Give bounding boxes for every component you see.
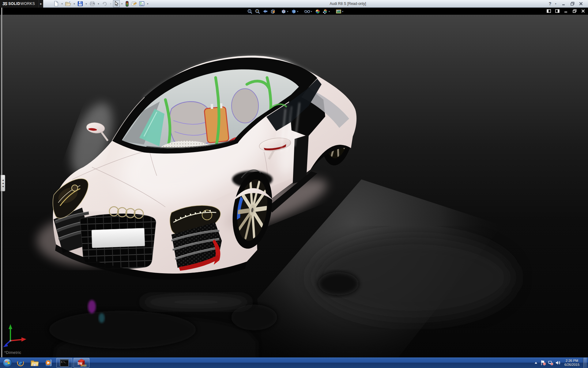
apply-scene-icon (322, 9, 328, 14)
view-orientation-label: *Dimetric (4, 350, 21, 355)
doc-close-button[interactable] (581, 9, 586, 13)
rebuild-button[interactable] (124, 0, 130, 7)
taskbar-internet-explorer[interactable]: e (14, 358, 27, 368)
pane-right-icon (555, 9, 560, 13)
3d-scene-audi-r8[interactable] (0, 8, 588, 357)
hide-show-items-button[interactable]: ▼ (304, 9, 313, 14)
select-button[interactable] (113, 0, 120, 7)
standard-toolbar: ▼ ▼ ▼ ▼ ▼ ▼ ▼ (52, 0, 150, 7)
apply-scene-button[interactable]: ▼ (322, 9, 331, 14)
hide-show-items-dropdown[interactable]: ▼ (311, 10, 313, 13)
print-dropdown[interactable]: ▼ (96, 0, 100, 7)
pane-left-icon (547, 9, 551, 13)
display-style-icon (291, 9, 296, 14)
start-button[interactable] (1, 358, 13, 368)
zoom-to-fit-button[interactable] (247, 9, 253, 14)
window-titlebar: 3S SOLIDWORKS ▶ ▼ ▼ ▼ ▼ ▼ ▼ (0, 0, 588, 8)
view-orientation-dropdown[interactable]: ▼ (287, 10, 289, 13)
featuremanager-pane-button[interactable] (546, 9, 551, 13)
edit-appearance-button[interactable] (314, 9, 321, 14)
open-icon (65, 1, 71, 6)
close-button[interactable] (577, 1, 585, 7)
speaker-icon (555, 360, 561, 365)
restore-icon (571, 2, 575, 6)
display-style-dropdown[interactable]: ▼ (297, 10, 299, 13)
display-style-button[interactable]: ▼ (291, 9, 300, 14)
open-dropdown[interactable]: ▼ (72, 0, 76, 7)
graphics-viewport[interactable]: ▼ ▼ ▼ ▼ ▼ (0, 8, 588, 357)
section-view-button[interactable] (270, 9, 276, 14)
action-center-button[interactable] (541, 359, 546, 366)
print-button[interactable] (89, 0, 96, 7)
edit-appearance-icon (315, 9, 320, 14)
svg-text:C:\_: C:\_ (61, 361, 66, 363)
display-pane-button[interactable] (555, 9, 560, 13)
new-document-button[interactable] (52, 0, 60, 7)
close-icon (579, 2, 583, 6)
taskbar-clock[interactable]: 2:26 PM 6/26/2015 (563, 359, 581, 367)
solidworks-window: 3S SOLIDWORKS ▶ ▼ ▼ ▼ ▼ ▼ ▼ (0, 0, 588, 368)
undo-button[interactable] (101, 0, 108, 7)
undo-dropdown[interactable]: ▼ (109, 0, 113, 7)
volume-button[interactable] (555, 359, 561, 366)
help-button[interactable]: ? (546, 1, 554, 7)
previous-view-icon (263, 9, 268, 14)
taskbar-solidworks[interactable]: SW 2015 (74, 358, 89, 368)
new-document-icon (53, 1, 59, 6)
splitter-collapse-handle[interactable]: ◀ ◀ ◀ (1, 175, 5, 191)
print-icon (89, 1, 95, 6)
options-dropdown[interactable]: ▼ (146, 0, 150, 7)
hide-show-items-icon (304, 10, 310, 13)
ds-logo-mark: 3S (2, 1, 7, 6)
windows-start-icon (2, 358, 12, 368)
clock-date: 6/26/2015 (564, 363, 579, 367)
zoom-to-area-button[interactable] (254, 9, 261, 14)
previous-view-button[interactable] (262, 9, 269, 14)
view-settings-icon (336, 9, 341, 14)
doc-restore-button[interactable] (572, 9, 577, 13)
apply-scene-dropdown[interactable]: ▼ (328, 10, 330, 13)
view-orientation-icon (281, 9, 286, 14)
doc-restore-icon (573, 9, 577, 13)
command-prompt-icon: C:\_ (60, 359, 69, 367)
hidden-icons-arrow-icon (534, 361, 538, 364)
taskbar-command-prompt[interactable]: C:\_ (56, 358, 72, 368)
taskbar-windows-explorer[interactable] (28, 358, 41, 368)
minimize-button[interactable] (560, 1, 568, 7)
open-button[interactable] (64, 0, 72, 7)
restore-button[interactable] (568, 1, 576, 7)
select-cursor-icon (114, 1, 119, 6)
help-dropdown[interactable]: ▼ (555, 3, 557, 5)
view-settings-dropdown[interactable]: ▼ (341, 10, 344, 13)
logo-text-solid: SOLID (8, 2, 20, 6)
doc-minimize-button[interactable] (564, 9, 568, 13)
new-document-dropdown[interactable]: ▼ (60, 0, 64, 7)
network-status-button[interactable] (548, 359, 553, 366)
save-button[interactable] (77, 0, 84, 7)
show-hidden-icons-button[interactable] (533, 359, 539, 366)
save-dropdown[interactable]: ▼ (84, 0, 88, 7)
svg-text:2015: 2015 (81, 364, 86, 367)
solidworks-logo[interactable]: 3S SOLIDWORKS (0, 0, 39, 8)
internet-explorer-icon: e (16, 358, 25, 367)
file-properties-button[interactable] (130, 0, 138, 7)
collapse-arrow-icon: ◀ (2, 179, 4, 181)
collapse-arrow-icon: ◀ (2, 182, 4, 184)
select-dropdown[interactable]: ▼ (120, 0, 124, 7)
solidworks-2015-icon: SW 2015 (77, 358, 86, 367)
menu-flyout-arrow[interactable]: ▶ (39, 0, 43, 8)
headsup-view-toolbar: ▼ ▼ ▼ ▼ ▼ (247, 8, 345, 14)
logo-text-works: WORKS (21, 2, 35, 6)
options-button[interactable] (138, 0, 145, 7)
file-properties-icon (131, 1, 137, 6)
taskbar-media-player[interactable] (42, 358, 55, 368)
view-settings-button[interactable]: ▼ (335, 9, 344, 14)
zoom-to-fit-icon (247, 9, 253, 14)
view-orientation-button[interactable]: ▼ (281, 9, 289, 14)
clock-time: 2:26 PM (564, 359, 579, 363)
show-desktop-button[interactable] (583, 358, 587, 368)
titlebar-controls: ? ▼ (546, 1, 588, 7)
collapse-arrow-icon: ◀ (2, 185, 4, 187)
undo-icon (102, 1, 107, 6)
media-player-icon (44, 358, 53, 367)
